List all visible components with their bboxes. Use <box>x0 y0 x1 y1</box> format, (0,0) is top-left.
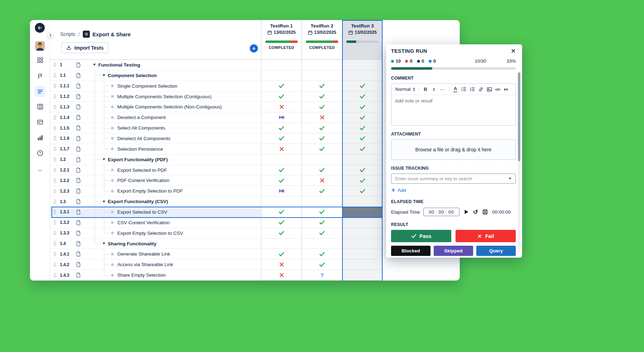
status-cell-run3[interactable] <box>342 186 383 196</box>
quote-button[interactable] <box>503 86 510 93</box>
collapse-caret-icon[interactable] <box>103 158 105 161</box>
table-row[interactable]: 1.4.2 Access via Shareable Link <box>50 259 383 270</box>
table-row[interactable]: 1.2 Export Functionality (PDF) <box>50 155 383 165</box>
import-tests-button[interactable]: Import Tests <box>61 42 109 53</box>
status-cell-run1[interactable] <box>261 259 302 270</box>
document-icon[interactable] <box>76 62 87 68</box>
drag-handle-icon[interactable] <box>54 83 60 88</box>
status-cell-run3[interactable] <box>342 218 383 228</box>
status-cell-run2[interactable] <box>302 60 342 70</box>
status-cell-run1[interactable] <box>261 102 302 112</box>
test-name-cell[interactable]: Deselect a Component <box>87 112 261 122</box>
sidebar-item-flags[interactable] <box>35 71 45 82</box>
issue-search-select[interactable] <box>391 174 516 184</box>
document-icon[interactable] <box>76 231 87 236</box>
numbered-list-button[interactable]: 1.2.3. <box>469 86 476 93</box>
drag-handle-icon[interactable] <box>54 189 60 194</box>
code-button[interactable]: </> <box>494 86 501 93</box>
document-icon[interactable] <box>76 262 87 267</box>
document-icon[interactable] <box>76 125 87 131</box>
sidebar-item-scripts-active[interactable] <box>35 86 45 97</box>
table-row[interactable]: 1.2.2 PDF Content Verification <box>50 175 383 186</box>
status-cell-run2[interactable] <box>302 92 342 102</box>
test-name-cell[interactable]: Component Selection <box>87 70 261 81</box>
document-icon[interactable] <box>76 241 87 246</box>
drag-handle-icon[interactable] <box>54 262 60 267</box>
paragraph-style-select[interactable]: Normal <box>394 87 416 92</box>
document-icon[interactable] <box>76 209 87 215</box>
status-cell-run2[interactable] <box>302 155 342 165</box>
status-cell-run2[interactable]: ? <box>302 270 342 281</box>
drag-handle-icon[interactable] <box>54 62 60 67</box>
status-cell-run2[interactable] <box>302 102 342 112</box>
collapse-caret-icon[interactable] <box>93 64 96 66</box>
status-cell-run1[interactable] <box>261 165 302 176</box>
breadcrumb-scripts-link[interactable]: Scripts <box>60 31 75 37</box>
status-cell-run1[interactable] <box>261 60 302 70</box>
status-cell-run1[interactable] <box>261 70 302 81</box>
status-cell-run3[interactable] <box>342 60 383 70</box>
fail-button[interactable]: × Fail <box>456 230 516 242</box>
test-name-cell[interactable]: Functional Testing <box>87 60 261 70</box>
status-cell-run1[interactable] <box>261 123 302 133</box>
close-icon[interactable]: × <box>511 48 516 54</box>
document-icon[interactable] <box>76 251 87 257</box>
status-cell-run3[interactable] <box>342 92 383 102</box>
sidebar-item-cards[interactable] <box>35 117 45 127</box>
drag-handle-icon[interactable] <box>54 94 60 99</box>
drag-handle-icon[interactable] <box>54 126 60 131</box>
status-cell-run1[interactable] <box>261 186 302 196</box>
testrun-column-header[interactable]: TestRun 3 13/02/2025 <box>342 20 383 60</box>
status-cell-run3[interactable] <box>342 259 383 270</box>
collapse-caret-icon[interactable] <box>103 74 105 76</box>
sidebar-item-reports[interactable] <box>35 132 45 143</box>
more-formatting-button[interactable]: ⋯ <box>439 86 446 93</box>
drag-handle-icon[interactable] <box>54 252 60 257</box>
bold-button[interactable]: B <box>422 86 429 93</box>
status-cell-run3[interactable] <box>342 144 383 155</box>
table-row[interactable]: 1.1 Component Selection <box>50 70 383 81</box>
status-cell-run2[interactable] <box>302 228 342 239</box>
drag-handle-icon[interactable] <box>54 157 60 162</box>
blocked-button[interactable]: Blocked <box>391 246 431 256</box>
status-cell-run2[interactable] <box>302 239 342 249</box>
drag-handle-icon[interactable] <box>54 231 60 235</box>
status-cell-run3[interactable] <box>342 249 383 259</box>
table-row[interactable]: 1 Functional Testing <box>50 60 383 70</box>
status-cell-run2[interactable] <box>302 218 342 228</box>
test-name-cell[interactable]: Sharing Functionality <box>87 239 261 249</box>
drag-handle-icon[interactable] <box>54 105 60 109</box>
document-icon[interactable] <box>76 220 87 225</box>
test-name-cell[interactable]: Export Functionality (CSV) <box>87 196 261 207</box>
status-cell-run1[interactable] <box>261 207 302 218</box>
drag-handle-icon[interactable] <box>54 209 60 214</box>
test-name-cell[interactable]: Share Empty Selection <box>87 270 261 280</box>
panel-scrollbar-thumb[interactable] <box>518 73 520 161</box>
status-cell-run2[interactable] <box>302 196 342 207</box>
status-cell-run1[interactable] <box>261 92 302 102</box>
bullet-list-button[interactable] <box>460 86 467 93</box>
save-time-icon[interactable] <box>482 209 488 215</box>
test-name-cell[interactable]: Export Selected to PDF <box>87 165 261 175</box>
pass-button[interactable]: Pass <box>391 230 451 242</box>
test-name-cell[interactable]: PDF Content Verification <box>87 175 261 186</box>
table-row[interactable]: 1.4 Sharing Functionality <box>50 239 383 249</box>
text-color-button[interactable]: A <box>453 86 458 92</box>
drag-handle-icon[interactable] <box>54 178 60 183</box>
drag-handle-icon[interactable] <box>54 273 60 278</box>
status-cell-run3[interactable] <box>342 196 383 207</box>
status-cell-run1[interactable] <box>261 175 302 186</box>
file-dropzone[interactable]: Browse a file or drag & drop it here <box>391 139 516 160</box>
italic-button[interactable]: I <box>431 86 438 93</box>
status-cell-run1[interactable] <box>261 155 302 165</box>
status-cell-run1[interactable] <box>261 228 302 239</box>
status-cell-run1[interactable] <box>261 133 302 144</box>
test-name-cell[interactable]: Multiple Components Selection (Non-Conti… <box>87 102 261 112</box>
panel-scrollbar-track[interactable] <box>518 71 520 253</box>
sidebar-expand-button[interactable] <box>47 32 54 39</box>
status-cell-run1[interactable] <box>261 249 302 259</box>
sidebar-item-board[interactable] <box>35 101 45 112</box>
sidebar-item-apps[interactable] <box>35 55 45 65</box>
status-cell-run2[interactable] <box>302 144 342 155</box>
document-icon[interactable] <box>76 136 87 141</box>
